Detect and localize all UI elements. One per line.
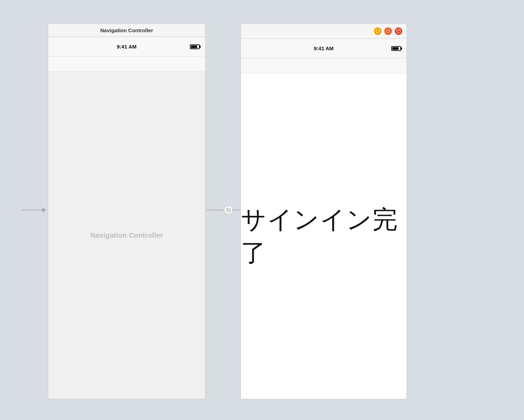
entry-arrow: [21, 208, 46, 212]
left-battery-fill: [191, 45, 197, 48]
entry-arrow-head: [42, 208, 46, 212]
panel-title: Navigation Controller: [100, 27, 153, 33]
right-panel: 9:41 AM サインイン完了: [241, 24, 407, 399]
svg-point-4: [376, 29, 379, 33]
orange-btn-icon: [386, 29, 391, 34]
left-placeholder-label: Navigation Controller: [90, 231, 163, 239]
left-nav-bar: [48, 56, 205, 72]
left-status-bar: 9:41 AM: [48, 37, 205, 56]
right-phone-frame: 9:41 AM サインイン完了: [241, 39, 407, 399]
segue-icon: [226, 208, 231, 212]
segue-line-left: [207, 210, 224, 210]
svg-line-3: [228, 210, 229, 211]
right-battery-icon: [391, 46, 401, 51]
right-phone-content: サインイン完了: [241, 73, 407, 399]
canvas: Navigation Controller 9:41 AM Navigation…: [0, 0, 524, 420]
right-status-bar: 9:41 AM: [241, 39, 407, 58]
left-battery-icon: [190, 44, 200, 49]
right-status-time: 9:41 AM: [256, 45, 391, 51]
red-btn-icon: [396, 29, 401, 34]
segue-circle[interactable]: [224, 205, 233, 215]
svg-rect-6: [397, 29, 400, 33]
toolbar-btn-orange[interactable]: [384, 27, 392, 35]
main-japanese-text: サインイン完了: [241, 203, 407, 270]
panel-title-bar: Navigation Controller: [48, 24, 206, 37]
yellow-btn-icon: [375, 29, 380, 34]
entry-arrow-line: [21, 210, 42, 210]
toolbar-btn-red[interactable]: [395, 27, 402, 35]
left-panel: Navigation Controller 9:41 AM Navigation…: [48, 24, 206, 399]
toolbar-btn-yellow[interactable]: [374, 27, 382, 35]
left-status-time: 9:41 AM: [63, 44, 190, 50]
right-battery-fill: [392, 47, 399, 50]
right-title-bar: [241, 24, 407, 39]
left-phone-frame: 9:41 AM Navigation Controller: [48, 37, 206, 399]
right-nav-bar: [241, 58, 407, 73]
left-phone-content: Navigation Controller: [48, 72, 205, 399]
svg-rect-5: [387, 30, 390, 33]
